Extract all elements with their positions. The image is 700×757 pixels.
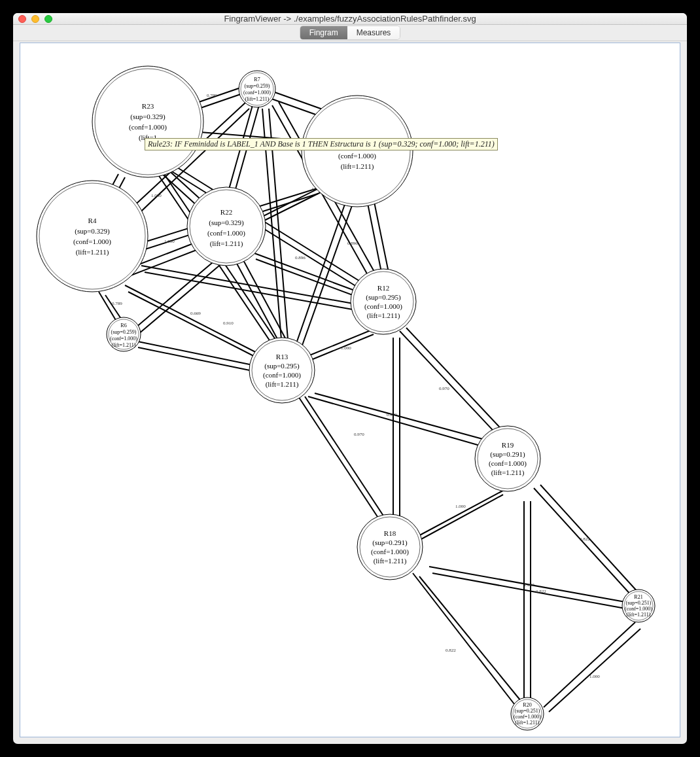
node-label: (conf=1.000) bbox=[625, 606, 652, 612]
edge-label: 1.000 bbox=[589, 674, 600, 679]
graph-viewport[interactable]: 0.789 1.000 1.000 1.000 1.000 0.896 0.78… bbox=[20, 43, 680, 737]
node-label: (sup=0.251) bbox=[626, 600, 652, 606]
edge-label: 1.000 bbox=[164, 239, 175, 244]
node-R6[interactable]: R6 (sup=0.259) (conf=1.000) (lift=1.211) bbox=[107, 317, 141, 351]
node-label: (lift=1.211) bbox=[266, 380, 299, 389]
edge-label: 1.000 bbox=[151, 193, 162, 198]
node-label: (sup=0.291) bbox=[372, 538, 408, 547]
node-label: (conf=1.000) bbox=[243, 90, 271, 96]
node-label: R23 bbox=[142, 102, 154, 110]
node-R13[interactable]: R13 (sup=0.295) (conf=1.000) (lift=1.211… bbox=[249, 338, 315, 403]
node-label: (conf=1.000) bbox=[129, 123, 167, 132]
node-R20[interactable]: R20 (sup=0.251) (conf=1.000) (lift=1.211… bbox=[511, 697, 544, 730]
close-icon[interactable] bbox=[18, 15, 26, 23]
svg-line-26 bbox=[294, 197, 347, 351]
node-label: (sup=0.251) bbox=[515, 708, 540, 714]
minimize-icon[interactable] bbox=[31, 15, 39, 23]
node-label: (sup=0.291) bbox=[490, 450, 525, 459]
edge-label: 0.896 bbox=[347, 241, 358, 246]
node-label: (conf=1.000) bbox=[110, 336, 137, 342]
svg-line-57 bbox=[413, 495, 503, 544]
node-label: (conf=1.000) bbox=[338, 152, 376, 160]
node-label: (lift=1.211) bbox=[76, 248, 109, 256]
edge-label: 1.000 bbox=[524, 582, 534, 588]
node-label: (sup=0.259) bbox=[245, 83, 270, 89]
node-label: (conf=1.000) bbox=[371, 548, 409, 556]
node-R22[interactable]: R22 (sup=0.329) (conf=1.000) (lift=1.211… bbox=[187, 187, 266, 266]
svg-point-80 bbox=[351, 269, 416, 334]
svg-line-51 bbox=[315, 393, 495, 442]
zoom-icon[interactable] bbox=[44, 15, 52, 23]
svg-line-67 bbox=[549, 629, 640, 712]
node-R21[interactable]: R21 (sup=0.251) (conf=1.000) (lift=1.211… bbox=[622, 590, 655, 622]
edge-label: 0.896 bbox=[295, 255, 306, 260]
edge-label: 0.822 bbox=[446, 648, 456, 653]
tab-fingram[interactable]: Fingram bbox=[300, 26, 347, 39]
node-label: (lift=1.211) bbox=[112, 342, 136, 348]
node-label: (lift=1.211) bbox=[627, 612, 651, 618]
svg-line-56 bbox=[416, 488, 508, 537]
node-label: (lift=1.211) bbox=[210, 239, 243, 248]
node-label: (lift=1.211) bbox=[374, 557, 407, 565]
traffic-lights bbox=[18, 15, 52, 23]
svg-line-35 bbox=[128, 292, 269, 364]
node-label: (conf=1.000) bbox=[364, 302, 402, 311]
edge-label: 0.970 bbox=[354, 432, 364, 437]
edge-label: 0.822 bbox=[536, 589, 546, 594]
node-R5[interactable]: (sup=0.329) (conf=1.000) (lift=1.211) bbox=[302, 96, 413, 207]
node-label: (sup=0.259) bbox=[111, 329, 137, 335]
node-label: (conf=1.000) bbox=[73, 238, 111, 246]
svg-line-52 bbox=[400, 331, 501, 439]
node-R19[interactable]: R19 (sup=0.291) (conf=1.000) (lift=1.211… bbox=[475, 426, 540, 491]
titlebar[interactable]: FingramViewer -> ./examples/fuzzyAssocia… bbox=[13, 13, 687, 25]
node-R4[interactable]: R4 (sup=0.329) (conf=1.000) (lift=1.211) bbox=[37, 181, 148, 292]
node-label: R21 bbox=[634, 594, 642, 600]
svg-line-58 bbox=[534, 488, 632, 596]
svg-point-72 bbox=[302, 96, 413, 207]
edge-label: 0.910 bbox=[223, 321, 234, 326]
node-label: R12 bbox=[377, 284, 389, 292]
svg-point-74 bbox=[37, 181, 148, 292]
node-group: R23 (sup=0.329) (conf=1.000) (lift=1 R7 … bbox=[37, 66, 655, 730]
edge-label: 1.000 bbox=[455, 504, 466, 509]
node-label: (conf=1.000) bbox=[263, 371, 301, 379]
svg-line-62 bbox=[413, 573, 514, 704]
node-R23[interactable]: R23 (sup=0.329) (conf=1.000) (lift=1 bbox=[92, 66, 203, 177]
node-label: R6 bbox=[120, 323, 126, 328]
node-label: R4 bbox=[88, 217, 97, 224]
svg-line-29 bbox=[374, 199, 390, 279]
edge-label: 0.970 bbox=[439, 386, 449, 391]
node-label: R13 bbox=[276, 353, 289, 361]
svg-line-44 bbox=[135, 341, 262, 367]
edge-label: 1.000 bbox=[341, 345, 351, 351]
node-label: R7 bbox=[254, 77, 260, 82]
node-tooltip: Rule23: IF Feminidad is LABEL_1 AND Base… bbox=[145, 138, 498, 150]
node-label: (sup=0.295) bbox=[264, 362, 300, 370]
node-label: (lift=1.211) bbox=[516, 720, 540, 726]
node-label: (sup=0.329) bbox=[75, 227, 110, 236]
node-label: (sup=0.329) bbox=[130, 113, 166, 121]
edge-label: 0.789 bbox=[207, 93, 217, 98]
app-window: FingramViewer -> ./examples/fuzzyAssocia… bbox=[13, 13, 687, 744]
svg-point-86 bbox=[357, 514, 423, 580]
node-label: R22 bbox=[220, 208, 232, 216]
svg-point-82 bbox=[249, 338, 315, 403]
node-label: (lift=1.211) bbox=[245, 96, 270, 102]
svg-line-34 bbox=[125, 285, 266, 357]
node-label: (conf=1.000) bbox=[514, 714, 541, 720]
svg-line-45 bbox=[138, 347, 266, 374]
edge-label: 0.789 bbox=[112, 301, 122, 306]
svg-line-53 bbox=[406, 328, 508, 436]
node-R12[interactable]: R12 (sup=0.295) (conf=1.000) (lift=1.211… bbox=[351, 269, 416, 334]
tab-measures[interactable]: Measures bbox=[347, 26, 400, 39]
window-title: FingramViewer -> ./examples/fuzzyAssocia… bbox=[13, 14, 687, 24]
node-label: (conf=1.000) bbox=[207, 229, 245, 238]
node-label: (sup=0.295) bbox=[366, 293, 401, 302]
segmented-control: Fingram Measures bbox=[300, 26, 400, 39]
node-label: R18 bbox=[384, 529, 396, 537]
node-R18[interactable]: R18 (sup=0.291) (conf=1.000) (lift=1.211… bbox=[357, 514, 423, 580]
edge-label: 0.970 bbox=[387, 412, 397, 417]
svg-point-84 bbox=[475, 426, 540, 491]
tab-bar: Fingram Measures bbox=[13, 25, 687, 41]
node-R7[interactable]: R7 (sup=0.259) (conf=1.000) (lift=1.211) bbox=[239, 71, 275, 107]
